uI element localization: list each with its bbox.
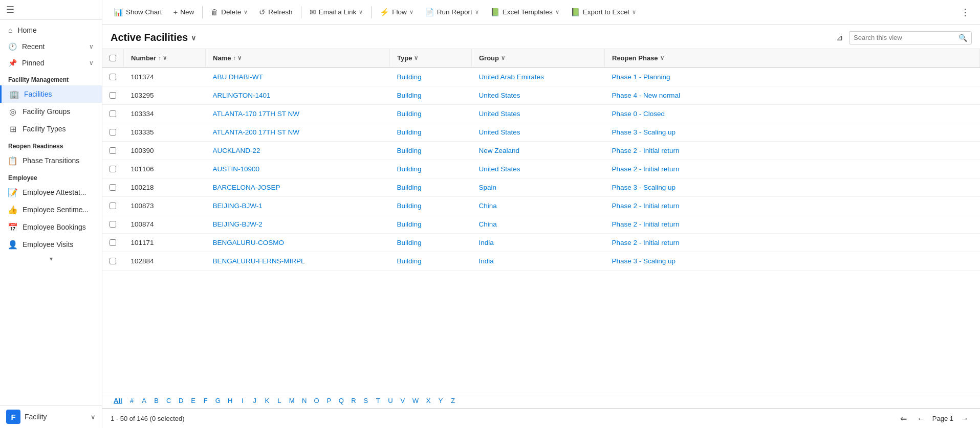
sidebar-item-facilities[interactable]: 🏢 Facilities (0, 85, 102, 103)
delete-dropdown-icon[interactable]: ∨ (244, 9, 248, 15)
row-type[interactable]: Building (390, 123, 472, 142)
row-checkbox[interactable] (110, 92, 116, 99)
sidebar-item-employee-bookings[interactable]: 📅 Employee Bookings (0, 218, 102, 236)
email-link-dropdown-icon[interactable]: ∨ (359, 9, 363, 15)
row-name[interactable]: AUCKLAND-22 (206, 142, 390, 160)
row-phase[interactable]: Phase 3 - Scaling up (605, 178, 980, 197)
row-type[interactable]: Building (390, 178, 472, 197)
alpha-btn-all[interactable]: All (111, 395, 125, 406)
alpha-btn-w[interactable]: W (409, 395, 422, 406)
row-checkbox[interactable] (110, 147, 116, 154)
row-name[interactable]: BENGALURU-COSMO (206, 234, 390, 252)
refresh-button[interactable]: ↺ Refresh (254, 5, 297, 19)
row-name[interactable]: ATLANTA-170 17TH ST NW (206, 105, 390, 123)
row-phase[interactable]: Phase 3 - Scaling up (605, 252, 980, 271)
row-group[interactable]: United States (472, 86, 605, 105)
alpha-btn-s[interactable]: S (360, 395, 372, 406)
row-name[interactable]: ATLANTA-200 17TH ST NW (206, 123, 390, 142)
col-type-sort-icon[interactable]: ∨ (414, 55, 418, 61)
run-report-button[interactable]: 📄 Run Report ∨ (420, 5, 484, 19)
sidebar-bottom-chevron[interactable]: ∨ (91, 413, 96, 421)
row-checkbox[interactable] (110, 184, 116, 191)
row-type[interactable]: Building (390, 234, 472, 252)
alpha-btn-q[interactable]: Q (336, 395, 347, 406)
alpha-btn-a[interactable]: A (139, 395, 150, 406)
row-name[interactable]: BENGALURU-FERNS-MIRPL (206, 252, 390, 271)
alpha-btn-m[interactable]: M (286, 395, 298, 406)
row-phase[interactable]: Phase 1 - Planning (605, 67, 980, 86)
row-name[interactable]: BEIJING-BJW-1 (206, 197, 390, 215)
sidebar-item-employee-attest[interactable]: 📝 Employee Attestat... (0, 184, 102, 201)
export-excel-button[interactable]: 📗 Export to Excel ∨ (565, 5, 641, 19)
row-phase[interactable]: Phase 2 - Initial return (605, 160, 980, 178)
search-icon[interactable]: 🔍 (959, 34, 967, 42)
alpha-btn-v[interactable]: V (397, 395, 408, 406)
filter-icon[interactable]: ⊿ (834, 31, 845, 44)
sidebar-item-facility-groups[interactable]: ◎ Facility Groups (0, 103, 102, 120)
row-phase[interactable]: Phase 2 - Initial return (605, 142, 980, 160)
alpha-btn-l[interactable]: L (274, 395, 285, 406)
alpha-btn-b[interactable]: B (151, 395, 162, 406)
sidebar-scroll-down[interactable]: ▾ (0, 253, 102, 264)
col-group-sort-icon[interactable]: ∨ (501, 55, 505, 61)
row-type[interactable]: Building (390, 215, 472, 234)
row-type[interactable]: Building (390, 160, 472, 178)
alpha-btn-#[interactable]: # (126, 395, 138, 406)
row-group[interactable]: India (472, 234, 605, 252)
select-all-checkbox[interactable] (110, 55, 116, 61)
alpha-btn-o[interactable]: O (311, 395, 322, 406)
excel-templates-button[interactable]: 📗 Excel Templates ∨ (485, 5, 564, 19)
alpha-btn-u[interactable]: U (385, 395, 396, 406)
sidebar-item-employee-visits[interactable]: 👤 Employee Visits (0, 236, 102, 253)
flow-dropdown-icon[interactable]: ∨ (409, 9, 413, 15)
row-checkbox[interactable] (110, 110, 116, 117)
show-chart-button[interactable]: 📊 Show Chart (108, 5, 167, 19)
sidebar-item-recent[interactable]: 🕐 Recent ∨ (0, 38, 102, 55)
sidebar-item-employee-sentim[interactable]: 👍 Employee Sentime... (0, 201, 102, 218)
alpha-btn-p[interactable]: P (323, 395, 335, 406)
alpha-btn-y[interactable]: Y (435, 395, 446, 406)
alpha-btn-h[interactable]: H (225, 395, 236, 406)
prev-page-btn[interactable]: ← (914, 413, 928, 425)
new-button[interactable]: + New (168, 5, 200, 19)
row-group[interactable]: United States (472, 105, 605, 123)
row-phase[interactable]: Phase 3 - Scaling up (605, 123, 980, 142)
col-number-sort-icon[interactable]: ↑ ∨ (158, 55, 167, 61)
row-name[interactable]: ABU DHABI-WT (206, 67, 390, 86)
sidebar-item-phase-transitions[interactable]: 📋 Phase Transitions (0, 152, 102, 169)
row-phase[interactable]: Phase 0 - Closed (605, 105, 980, 123)
row-phase[interactable]: Phase 2 - Initial return (605, 197, 980, 215)
row-group[interactable]: Spain (472, 178, 605, 197)
sidebar-item-pinned[interactable]: 📌 Pinned ∨ (0, 55, 102, 71)
alpha-btn-e[interactable]: E (188, 395, 199, 406)
delete-button[interactable]: 🗑 Delete ∨ (206, 5, 253, 19)
row-type[interactable]: Building (390, 86, 472, 105)
row-type[interactable]: Building (390, 67, 472, 86)
sidebar-item-facility-types[interactable]: ⊞ Facility Types (0, 120, 102, 138)
first-page-btn[interactable]: ⇐ (897, 412, 910, 425)
row-checkbox[interactable] (110, 129, 116, 136)
alpha-btn-k[interactable]: K (262, 395, 273, 406)
alpha-btn-t[interactable]: T (373, 395, 384, 406)
row-phase[interactable]: Phase 4 - New normal (605, 86, 980, 105)
alpha-btn-z[interactable]: Z (447, 395, 459, 406)
alpha-btn-f[interactable]: F (200, 395, 211, 406)
sidebar-item-home[interactable]: ⌂ Home (0, 22, 102, 38)
row-type[interactable]: Building (390, 197, 472, 215)
row-group[interactable]: United Arab Emirates (472, 67, 605, 86)
alpha-btn-n[interactable]: N (299, 395, 310, 406)
row-phase[interactable]: Phase 2 - Initial return (605, 234, 980, 252)
row-group[interactable]: United States (472, 160, 605, 178)
hamburger-icon[interactable]: ☰ (6, 4, 14, 15)
email-link-button[interactable]: ✉ Email a Link ∨ (304, 5, 368, 19)
row-checkbox[interactable] (110, 74, 116, 80)
next-page-btn[interactable]: → (957, 413, 972, 425)
alpha-btn-r[interactable]: R (348, 395, 359, 406)
row-group[interactable]: India (472, 252, 605, 271)
row-checkbox[interactable] (110, 258, 116, 264)
row-group[interactable]: China (472, 197, 605, 215)
row-type[interactable]: Building (390, 105, 472, 123)
row-checkbox[interactable] (110, 166, 116, 172)
row-name[interactable]: AUSTIN-10900 (206, 160, 390, 178)
flow-button[interactable]: ⚡ Flow ∨ (375, 5, 419, 19)
